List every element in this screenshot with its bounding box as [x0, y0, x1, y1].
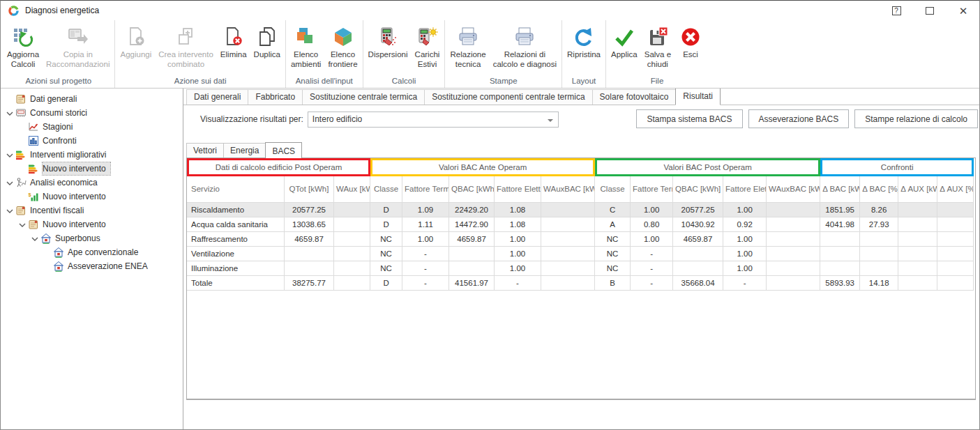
tree-item-interventi-migliorativi[interactable]: Interventi migliorativi [1, 148, 183, 162]
chevron-down-icon[interactable] [4, 205, 15, 216]
table-cell[interactable]: 1.00 [723, 203, 767, 217]
table-cell[interactable]: D [370, 217, 402, 232]
table-cell[interactable] [937, 232, 974, 247]
table-cell[interactable]: NC [595, 232, 631, 247]
table-cell[interactable] [673, 261, 723, 276]
table-cell[interactable]: - [723, 276, 767, 291]
chevron-down-icon[interactable] [17, 219, 28, 230]
tree-item-nuovo-intervento-fiscale[interactable]: Nuovo intervento [1, 217, 183, 231]
table-row[interactable]: VentilazioneNC-1.00NC-1.00 [187, 247, 974, 261]
applica-button[interactable]: Applica [608, 24, 641, 61]
table-cell[interactable]: 1.00 [495, 261, 541, 276]
table-cell[interactable]: 1.09 [402, 203, 449, 217]
table-cell[interactable]: 4659.87 [449, 232, 495, 247]
table-cell[interactable] [937, 247, 974, 261]
table-cell[interactable]: D [370, 203, 402, 217]
tab-dati-generali[interactable]: Dati generali [186, 89, 248, 105]
table-cell[interactable]: 1.00 [723, 232, 767, 247]
column-header-fattore-elettrico-ante[interactable]: Fattore Elettrico [495, 176, 541, 203]
chevron-down-icon[interactable] [4, 149, 15, 160]
table-cell[interactable] [334, 217, 370, 232]
tab-sostituzione-centrale-termica[interactable]: Sostituzione centrale termica [302, 89, 425, 105]
table-cell[interactable]: Raffrescamento [187, 232, 285, 247]
chevron-down-icon[interactable] [4, 177, 15, 188]
table-cell[interactable]: B [595, 276, 631, 291]
subtab-energia[interactable]: Energia [223, 143, 266, 158]
tab-fabbricato[interactable]: Fabbricato [248, 89, 303, 105]
table-cell[interactable] [334, 247, 370, 261]
table-cell[interactable]: 20577.25 [673, 203, 723, 217]
table-cell[interactable]: NC [595, 247, 631, 261]
duplica-button[interactable]: Duplica [250, 24, 284, 61]
table-cell[interactable] [285, 261, 334, 276]
table-cell[interactable]: 4041.98 [820, 217, 860, 232]
chevron-down-icon[interactable] [4, 107, 15, 118]
tab-risultati[interactable]: Risultati [675, 89, 721, 105]
subtab-vettori[interactable]: Vettori [186, 143, 224, 158]
table-cell[interactable]: - [402, 261, 449, 276]
table-cell[interactable] [937, 276, 974, 291]
column-header-classe-post[interactable]: Classe [595, 176, 631, 203]
table-cell[interactable]: 0.80 [631, 217, 673, 232]
table-row[interactable]: Acqua calda sanitaria13038.65D1.1114472.… [187, 217, 974, 232]
column-header-servizio[interactable]: Servizio [187, 176, 285, 203]
table-cell[interactable]: 1.08 [495, 203, 541, 217]
table-cell[interactable] [541, 203, 595, 217]
asseverazione-bacs-button[interactable]: Asseverazione BACS [748, 109, 850, 128]
column-header-delta-bac-pct[interactable]: Δ BAC [%] [860, 176, 898, 203]
table-cell[interactable] [898, 203, 937, 217]
table-cell[interactable] [767, 276, 820, 291]
table-cell[interactable]: - [631, 261, 673, 276]
carichi-estivi-button[interactable]: Carichi Estivi [411, 24, 443, 70]
table-cell[interactable] [449, 261, 495, 276]
table-cell[interactable]: 1.00 [402, 232, 449, 247]
tree-item-superbonus[interactable]: Superbonus [1, 231, 183, 245]
table-row[interactable]: Raffrescamento4659.87NC1.004659.871.00NC… [187, 232, 974, 247]
column-header-fattore-elettrico-post[interactable]: Fattore Elettrico [723, 176, 767, 203]
table-cell[interactable] [449, 247, 495, 261]
tree-item-stagioni[interactable]: Stagioni [1, 120, 183, 134]
table-cell[interactable] [767, 261, 820, 276]
table-cell[interactable]: Ventilazione [187, 247, 285, 261]
table-cell[interactable]: NC [595, 261, 631, 276]
column-header-delta-bac-kwh[interactable]: Δ BAC [kWh] [820, 176, 860, 203]
table-cell[interactable]: 10430.92 [673, 217, 723, 232]
view-selector-combobox[interactable]: Intero edificio [308, 112, 559, 128]
table-cell[interactable]: - [495, 276, 541, 291]
table-cell[interactable]: Totale [187, 276, 285, 291]
table-cell[interactable] [767, 203, 820, 217]
table-cell[interactable]: 8.26 [860, 203, 898, 217]
subtab-bacs[interactable]: BACS [265, 142, 302, 158]
tree-item-nuovo-intervento-economico[interactable]: Nuovo intervento [1, 190, 183, 204]
aggiorna-calcoli-button[interactable]: Aggiorna Calcoli [3, 24, 43, 70]
table-cell[interactable]: 1.00 [723, 247, 767, 261]
column-header-wauxbac-post[interactable]: WAuxBAC [kWh] [767, 176, 820, 203]
table-cell[interactable]: 0.92 [723, 217, 767, 232]
table-cell[interactable] [898, 247, 937, 261]
relazioni-calcolo-diagnosi-button[interactable]: Relazioni di calcolo e diagnosi [490, 24, 560, 70]
table-cell[interactable]: 1.00 [631, 203, 673, 217]
table-cell[interactable] [860, 247, 898, 261]
table-cell[interactable] [898, 261, 937, 276]
table-cell[interactable]: NC [370, 261, 402, 276]
table-row[interactable]: Totale38275.77D-41561.97-B-35668.04-5893… [187, 276, 974, 291]
table-cell[interactable]: Illuminazione [187, 261, 285, 276]
tree-item-incentivi-fiscali[interactable]: Incentivi fiscali [1, 204, 183, 217]
table-cell[interactable]: 1.00 [723, 261, 767, 276]
table-cell[interactable]: 1.00 [495, 247, 541, 261]
table-cell[interactable]: Riscaldamento [187, 203, 285, 217]
table-cell[interactable] [860, 261, 898, 276]
table-cell[interactable] [767, 232, 820, 247]
table-cell[interactable]: 27.93 [860, 217, 898, 232]
column-header-fattore-termico-ante[interactable]: Fattore Termico [402, 176, 449, 203]
table-cell[interactable]: NC [370, 247, 402, 261]
table-cell[interactable]: 4659.87 [673, 232, 723, 247]
table-cell[interactable]: 1.08 [495, 217, 541, 232]
table-cell[interactable] [334, 232, 370, 247]
elenco-ambienti-button[interactable]: Elenco ambienti [287, 24, 324, 70]
column-header-fattore-termico-post[interactable]: Fattore Termico [631, 176, 673, 203]
stampa-sistema-bacs-button[interactable]: Stampa sistema BACS [636, 109, 742, 128]
table-cell[interactable]: 1.00 [631, 232, 673, 247]
column-header-qbac-post[interactable]: QBAC [kWh] [673, 176, 723, 203]
relazione-tecnica-button[interactable]: Relazione tecnica [446, 24, 489, 70]
